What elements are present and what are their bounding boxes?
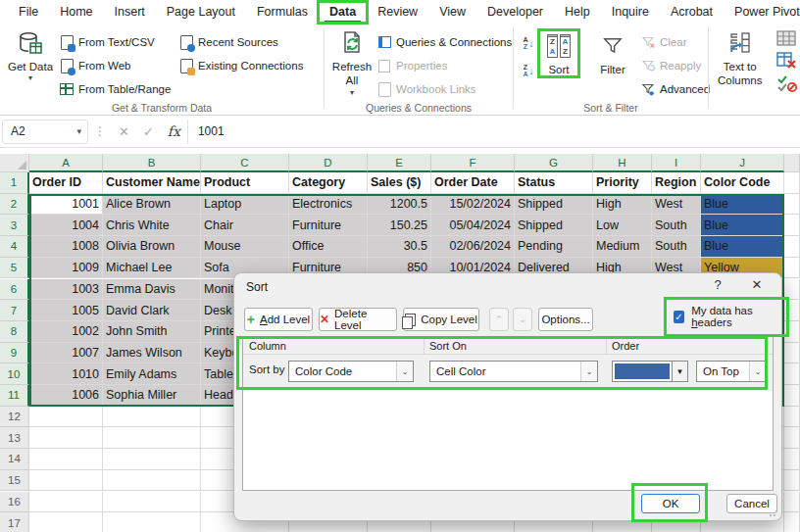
cell-E2[interactable]: 1200.5 bbox=[368, 194, 431, 216]
cell-A2[interactable]: 1001 bbox=[29, 194, 103, 216]
row-header-16[interactable]: 16 bbox=[0, 492, 29, 513]
tab-insert[interactable]: Insert bbox=[104, 1, 156, 24]
remove-duplicates-icon[interactable] bbox=[776, 52, 798, 73]
row-header-11[interactable]: 11 bbox=[0, 385, 29, 407]
cell-G3[interactable]: Shipped bbox=[515, 215, 593, 236]
cell-C4[interactable]: Mouse bbox=[201, 236, 289, 258]
column-header-C[interactable]: C bbox=[201, 154, 289, 172]
cell-B11[interactable]: Sophia Miller bbox=[103, 385, 201, 407]
move-down-button[interactable]: ⌄ bbox=[513, 308, 532, 331]
get-data-button[interactable]: Get Data ▾ bbox=[8, 28, 53, 83]
row-header-14[interactable]: 14 bbox=[0, 449, 29, 470]
row-header-10[interactable]: 10 bbox=[0, 363, 29, 385]
recent-sources-button[interactable]: Recent Sources bbox=[178, 32, 278, 52]
formula-input[interactable]: 1001 bbox=[187, 120, 800, 144]
from-text-csv-button[interactable]: From Text/CSV bbox=[59, 32, 155, 52]
cell-partial-16[interactable] bbox=[784, 492, 800, 513]
cell-B1[interactable]: Customer Name bbox=[103, 172, 201, 194]
dialog-help-button[interactable]: ? bbox=[703, 277, 732, 297]
clear-filter-button[interactable]: Clear bbox=[640, 32, 686, 52]
move-up-button[interactable]: ⌃ bbox=[489, 308, 509, 331]
cell-A9[interactable]: 1007 bbox=[29, 343, 103, 364]
cell-partial-12[interactable] bbox=[784, 407, 800, 428]
cell-C2[interactable]: Laptop bbox=[201, 194, 289, 216]
cancel-entry-icon[interactable]: ✕ bbox=[119, 124, 129, 139]
cell-A7[interactable]: 1005 bbox=[29, 300, 103, 321]
cell-A3[interactable]: 1004 bbox=[29, 215, 103, 236]
cell-J3[interactable]: Blue bbox=[701, 215, 784, 236]
filter-button[interactable]: Filter bbox=[598, 31, 627, 76]
cell-A16[interactable] bbox=[29, 492, 103, 513]
tab-developer[interactable]: Developer bbox=[476, 1, 554, 24]
cell-C1[interactable]: Product bbox=[201, 172, 289, 194]
options-button[interactable]: Options... bbox=[538, 308, 593, 331]
add-level-button[interactable]: +Add Level bbox=[244, 308, 313, 331]
from-web-button[interactable]: From Web bbox=[59, 56, 130, 75]
cell-partial-5[interactable] bbox=[784, 258, 800, 279]
column-header-I[interactable]: I bbox=[652, 154, 701, 172]
cell-B13[interactable] bbox=[103, 427, 201, 449]
row-header-4[interactable]: 4 bbox=[0, 236, 29, 258]
cell-B6[interactable]: Emma Davis bbox=[103, 279, 201, 301]
column-header-B[interactable]: B bbox=[103, 154, 201, 172]
cell-D1[interactable]: Category bbox=[289, 172, 368, 194]
tab-file[interactable]: File bbox=[8, 1, 49, 24]
cell-F2[interactable]: 15/02/2024 bbox=[431, 194, 515, 216]
tab-data[interactable]: Data bbox=[319, 1, 367, 24]
column-header-J[interactable]: J bbox=[701, 154, 784, 172]
cell-partial-9[interactable] bbox=[784, 343, 800, 364]
cell-A8[interactable]: 1002 bbox=[29, 321, 103, 343]
cell-partial-17[interactable] bbox=[784, 512, 800, 532]
cell-F1[interactable]: Order Date bbox=[431, 172, 515, 194]
cell-B5[interactable]: Michael Lee bbox=[103, 258, 201, 279]
cell-F3[interactable]: 05/04/2024 bbox=[431, 215, 515, 236]
properties-button[interactable]: Properties bbox=[376, 56, 447, 75]
cell-B3[interactable]: Chris White bbox=[103, 215, 201, 236]
existing-connections-button[interactable]: Existing Connections bbox=[178, 56, 303, 75]
cell-I1[interactable]: Region bbox=[652, 172, 701, 194]
name-box[interactable]: A2 ▾ bbox=[2, 120, 88, 144]
cell-E1[interactable]: Sales ($) bbox=[368, 172, 431, 194]
from-table-range-button[interactable]: From Table/Range bbox=[59, 79, 171, 99]
confirm-entry-icon[interactable]: ✓ bbox=[143, 124, 154, 139]
cell-E3[interactable]: 150.25 bbox=[368, 215, 431, 236]
cell-partial-8[interactable] bbox=[784, 321, 800, 343]
row-header-17[interactable]: 17 bbox=[0, 512, 29, 532]
row-header-13[interactable]: 13 bbox=[0, 427, 29, 449]
cell-partial-6[interactable] bbox=[784, 279, 800, 301]
cell-B7[interactable]: David Clark bbox=[103, 300, 201, 321]
cell-A17[interactable] bbox=[29, 512, 103, 532]
sort-ascending-button[interactable]: AZ↓ bbox=[518, 32, 539, 54]
cell-G4[interactable]: Pending bbox=[515, 236, 593, 258]
cell-B12[interactable] bbox=[103, 407, 201, 428]
column-header-G[interactable]: G bbox=[515, 154, 593, 172]
cell-J2[interactable]: Blue bbox=[701, 194, 784, 216]
order-position-dropdown[interactable]: On Top ⌄ bbox=[696, 361, 767, 382]
tab-inquire[interactable]: Inquire bbox=[601, 1, 660, 24]
cell-I4[interactable]: South bbox=[652, 236, 701, 258]
cell-partial-7[interactable] bbox=[784, 300, 800, 321]
row-header-2[interactable]: 2 bbox=[0, 194, 29, 216]
column-header-D[interactable]: D bbox=[289, 154, 368, 172]
sort-button[interactable]: ZA AZ Sort bbox=[544, 31, 574, 76]
cell-J1[interactable]: Color Code bbox=[701, 172, 784, 194]
cell-I3[interactable]: South bbox=[652, 215, 701, 236]
copy-level-button[interactable]: Copy Level bbox=[403, 308, 479, 331]
cell-I2[interactable]: West bbox=[652, 194, 701, 216]
cell-A13[interactable] bbox=[29, 427, 103, 449]
cell-D2[interactable]: Electronics bbox=[289, 194, 368, 216]
row-header-1[interactable]: 1 bbox=[0, 172, 29, 194]
cell-partial-13[interactable] bbox=[784, 427, 800, 449]
order-color-swatch[interactable]: ▼ bbox=[612, 361, 688, 382]
tab-power-pivot[interactable]: Power Pivot bbox=[724, 1, 800, 24]
cell-partial-2[interactable] bbox=[784, 194, 800, 216]
tab-page-layout[interactable]: Page Layout bbox=[156, 1, 246, 24]
cell-partial-3[interactable] bbox=[784, 215, 800, 236]
queries-connections-button[interactable]: Queries & Connections bbox=[376, 32, 512, 52]
cell-A10[interactable]: 1010 bbox=[29, 363, 103, 385]
cell-B2[interactable]: Alice Brown bbox=[103, 194, 201, 216]
cell-H4[interactable]: Medium bbox=[593, 236, 652, 258]
workbook-links-button[interactable]: Workbook Links bbox=[376, 79, 476, 99]
advanced-filter-button[interactable]: Advanced bbox=[640, 79, 710, 99]
ok-button[interactable]: OK bbox=[641, 494, 700, 513]
